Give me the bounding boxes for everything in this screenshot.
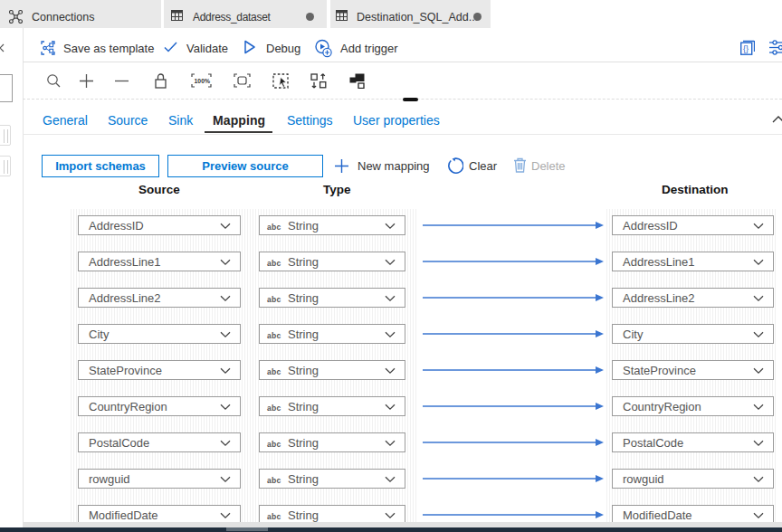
svg-text:{}: {}	[743, 44, 749, 53]
svg-text:100%: 100%	[195, 78, 210, 84]
